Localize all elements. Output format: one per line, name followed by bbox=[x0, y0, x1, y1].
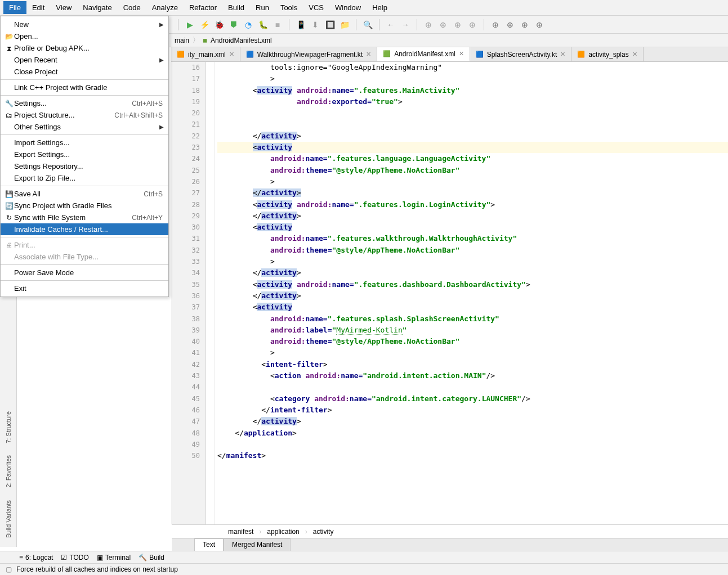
menu-open-recent[interactable]: Open Recent▶ bbox=[1, 54, 168, 66]
menu-invalidate-caches[interactable]: Invalidate Caches / Restart... bbox=[1, 223, 168, 235]
menu-import-settings[interactable]: Import Settings... bbox=[1, 137, 168, 149]
menu-link-cpp[interactable]: Link C++ Project with Gradle bbox=[1, 82, 168, 93]
menu-code[interactable]: Code bbox=[118, 1, 146, 14]
menu-settings-repository[interactable]: Settings Repository... bbox=[1, 160, 168, 172]
menu-sync-fs[interactable]: ↻Sync with File SystemCtrl+Alt+Y bbox=[1, 212, 168, 223]
target-icon-2[interactable]: ⊕ bbox=[436, 18, 450, 32]
menu-open[interactable]: 📂Open... bbox=[1, 30, 168, 42]
target-icon-1[interactable]: ⊕ bbox=[422, 18, 435, 32]
menubar: File Edit View Navigate Code Analyze Ref… bbox=[0, 0, 728, 16]
tool-window-icon[interactable]: ▢ bbox=[6, 565, 12, 573]
menu-print[interactable]: 🖨Print... bbox=[1, 239, 168, 251]
logcat-tool[interactable]: ≡6: Logcat bbox=[19, 554, 53, 561]
menu-other-settings[interactable]: Other Settings▶ bbox=[1, 121, 168, 133]
profile-icon[interactable]: ◔ bbox=[242, 18, 255, 32]
menu-export-zip[interactable]: Export to Zip File... bbox=[1, 172, 168, 184]
device-file-icon[interactable]: 📁 bbox=[338, 18, 351, 32]
save-icon: 💾 bbox=[4, 190, 14, 198]
tab-label: SplashScreenActivity.kt bbox=[487, 51, 557, 59]
menu-power-save[interactable]: Power Save Mode bbox=[1, 267, 168, 278]
code-editor[interactable]: tools:ignore="GoogleAppIndexingWarning" … bbox=[215, 62, 728, 524]
sdk-manager-icon[interactable]: ⬇ bbox=[309, 18, 322, 32]
menu-project-structure[interactable]: 🗂Project Structure...Ctrl+Alt+Shift+S bbox=[1, 109, 168, 121]
globe-icon-2[interactable]: ⊕ bbox=[503, 18, 517, 32]
globe-icon-3[interactable]: ⊕ bbox=[518, 18, 532, 32]
globe-icon-4[interactable]: ⊕ bbox=[533, 18, 546, 32]
menu-run[interactable]: Run bbox=[250, 1, 275, 14]
menu-tools[interactable]: Tools bbox=[275, 1, 303, 14]
editor-tab[interactable]: 🟦WalkthroughViewpagerFragment.kt✕ bbox=[240, 47, 377, 61]
tab-text[interactable]: Text bbox=[194, 538, 224, 551]
menu-exit[interactable]: Exit bbox=[1, 282, 168, 294]
file-icon: 🟧 bbox=[577, 51, 585, 58]
close-icon[interactable]: ✕ bbox=[366, 51, 371, 58]
menu-build[interactable]: Build bbox=[222, 1, 250, 14]
close-icon[interactable]: ✕ bbox=[459, 50, 464, 57]
menu-sync-gradle[interactable]: 🔄Sync Project with Gradle Files bbox=[1, 200, 168, 212]
menu-save-all[interactable]: 💾Save AllCtrl+S bbox=[1, 188, 168, 200]
menu-profile-apk[interactable]: ⧗Profile or Debug APK... bbox=[1, 42, 168, 54]
file-icon: 🟩 bbox=[383, 50, 391, 57]
menu-close-project[interactable]: Close Project bbox=[1, 66, 168, 78]
logcat-icon: ≡ bbox=[19, 554, 23, 561]
code-breadcrumb: manifest › application › activity bbox=[172, 524, 728, 538]
favorites-tool[interactable]: 2: Favorites bbox=[4, 452, 13, 491]
menu-analyze[interactable]: Analyze bbox=[146, 1, 184, 14]
editor-tab[interactable]: 🟧activity_splas✕ bbox=[571, 47, 643, 61]
menu-edit[interactable]: Edit bbox=[26, 1, 50, 14]
breadcrumb-seg[interactable]: main bbox=[175, 37, 189, 44]
editor-tab[interactable]: 🟩AndroidManifest.xml✕ bbox=[377, 47, 470, 61]
todo-tool[interactable]: ☑TODO bbox=[61, 554, 88, 561]
tab-merged-manifest[interactable]: Merged Manifest bbox=[224, 538, 291, 551]
file-icon: 🟦 bbox=[476, 51, 484, 58]
search-icon[interactable]: 🔍 bbox=[361, 18, 374, 32]
structure-tool[interactable]: 7: Structure bbox=[4, 408, 13, 447]
menu-new[interactable]: New▶ bbox=[1, 19, 168, 30]
close-icon[interactable]: ✕ bbox=[560, 51, 565, 58]
close-icon[interactable]: ✕ bbox=[229, 51, 234, 58]
breadcrumb-seg[interactable]: AndroidManifest.xml bbox=[211, 37, 272, 44]
menu-settings[interactable]: 🔧Settings...Ctrl+Alt+S bbox=[1, 97, 168, 109]
menu-vcs[interactable]: VCS bbox=[303, 1, 329, 14]
file-icon: 🟦 bbox=[246, 51, 254, 58]
menu-associate-file-type[interactable]: Associate with File Type... bbox=[1, 251, 168, 263]
avd-manager-icon[interactable]: 📱 bbox=[294, 18, 307, 32]
build-icon: 🔨 bbox=[139, 554, 147, 561]
chevron-right-icon: 〉 bbox=[193, 35, 199, 45]
forward-icon[interactable]: → bbox=[399, 18, 412, 32]
apply-changes-icon[interactable]: ⚡ bbox=[198, 18, 211, 32]
run-icon[interactable]: ▶ bbox=[183, 18, 196, 32]
attach-debugger-icon[interactable]: 🐛 bbox=[256, 18, 270, 32]
debug-icon[interactable]: 🐞 bbox=[212, 18, 226, 32]
menu-export-settings[interactable]: Export Settings... bbox=[1, 149, 168, 160]
globe-icon-1[interactable]: ⊕ bbox=[489, 18, 502, 32]
build-tool[interactable]: 🔨Build bbox=[139, 554, 164, 561]
menu-help[interactable]: Help bbox=[367, 1, 393, 14]
target-icon-3[interactable]: ⊕ bbox=[451, 18, 465, 32]
build-variants-tool[interactable]: Build Variants bbox=[4, 497, 13, 541]
coverage-icon[interactable]: ⛊ bbox=[227, 18, 240, 32]
chevron-right-icon: ▶ bbox=[159, 57, 164, 63]
fold-gutter bbox=[206, 62, 215, 524]
terminal-icon: ▣ bbox=[97, 554, 103, 561]
menu-refactor[interactable]: Refactor bbox=[184, 1, 222, 14]
structure-icon: 🗂 bbox=[4, 111, 14, 119]
bc-node[interactable]: application bbox=[267, 528, 299, 536]
editor-tab[interactable]: 🟦SplashScreenActivity.kt✕ bbox=[470, 47, 572, 61]
close-icon[interactable]: ✕ bbox=[632, 51, 637, 58]
print-icon: 🖨 bbox=[4, 241, 14, 249]
menu-file[interactable]: File bbox=[3, 1, 26, 14]
bc-node[interactable]: activity bbox=[313, 528, 334, 536]
menu-window[interactable]: Window bbox=[329, 1, 367, 14]
menu-view[interactable]: View bbox=[50, 1, 77, 14]
layout-inspector-icon[interactable]: 🔲 bbox=[323, 18, 337, 32]
terminal-tool[interactable]: ▣Terminal bbox=[97, 554, 131, 561]
bc-node[interactable]: manifest bbox=[228, 528, 253, 536]
menu-navigate[interactable]: Navigate bbox=[77, 1, 117, 14]
editor-tab[interactable]: 🟧ity_main.xml✕ bbox=[171, 47, 240, 61]
chevron-right-icon: ▶ bbox=[159, 124, 164, 130]
target-icon-4[interactable]: ⊕ bbox=[466, 18, 479, 32]
tab-label: activity_splas bbox=[588, 51, 628, 59]
stop-icon[interactable]: ■ bbox=[271, 18, 284, 32]
back-icon[interactable]: ← bbox=[384, 18, 398, 32]
